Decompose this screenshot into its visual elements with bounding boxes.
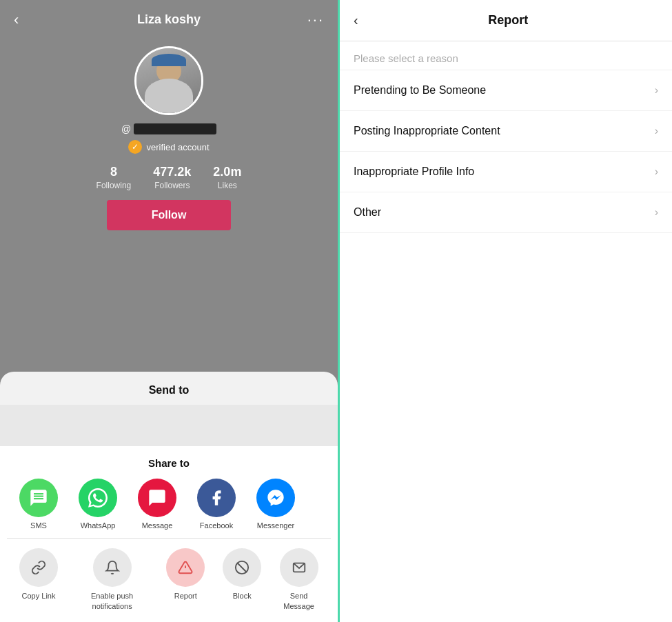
stat-following-value: 8 <box>110 165 117 179</box>
stat-likes-label: Likes <box>218 181 237 190</box>
report-item-inappropriate[interactable]: Inappropriate Profile Info › <box>340 152 672 192</box>
facebook-icon[interactable] <box>197 479 236 517</box>
verified-text: verified account <box>146 142 209 152</box>
username-redacted <box>134 123 216 134</box>
svg-line-3 <box>238 563 247 572</box>
report-item-posting-chevron: › <box>655 125 658 137</box>
action-report[interactable]: Report <box>161 548 210 611</box>
report-subtitle: Please select a reason <box>340 41 672 70</box>
report-item-pretending-text: Pretending to Be Someone <box>354 84 486 97</box>
verified-badge: ✓ <box>128 140 142 154</box>
send-to-empty-area <box>0 405 338 446</box>
stat-likes-value: 2.0m <box>213 165 241 179</box>
stat-following: 8 Following <box>96 165 132 190</box>
report-item-posting-text: Posting Inappropriate Content <box>354 125 500 137</box>
follow-button[interactable]: Follow <box>107 200 231 230</box>
report-item-pretending-chevron: › <box>655 84 658 97</box>
right-panel: ‹ Report Please select a reason Pretendi… <box>340 0 672 622</box>
report-item-inappropriate-chevron: › <box>655 165 658 178</box>
share-icons-row: SMS WhatsApp Message <box>7 479 331 535</box>
divider <box>7 538 331 539</box>
avatar-section: @ ✓ verified account 8 Following 477.2k … <box>0 39 338 230</box>
stat-followers-label: Followers <box>154 181 190 190</box>
avatar-image <box>136 48 201 113</box>
report-item-posting[interactable]: Posting Inappropriate Content › <box>340 111 672 152</box>
whatsapp-label: WhatsApp <box>81 521 116 530</box>
report-back-button[interactable]: ‹ <box>354 12 358 28</box>
hat-decoration <box>152 54 186 66</box>
action-send-message[interactable]: Send Message <box>274 548 324 611</box>
send-to-sheet: Send to Share to SMS WhatsApp <box>0 372 338 622</box>
push-label: Enable push notifications <box>70 591 154 611</box>
share-to-title: Share to <box>7 457 331 469</box>
copy-link-icon[interactable] <box>19 548 58 587</box>
profile-name: Liza koshy <box>137 12 201 27</box>
stats-row: 8 Following 477.2k Followers 2.0m Likes <box>96 165 242 190</box>
share-sms[interactable]: SMS <box>14 479 63 530</box>
send-to-title: Send to <box>0 384 338 405</box>
push-icon[interactable] <box>93 548 132 587</box>
sms-label: SMS <box>30 521 47 530</box>
sms-icon[interactable] <box>19 479 58 517</box>
report-header: ‹ Report <box>340 0 672 41</box>
messenger-label: Messenger <box>257 521 294 530</box>
message-label: Message <box>142 521 173 530</box>
report-title: Report <box>358 13 658 28</box>
profile-header: ‹ Liza koshy ··· <box>0 0 338 39</box>
stat-likes: 2.0m Likes <box>213 165 241 190</box>
report-item-inappropriate-text: Inappropriate Profile Info <box>354 165 474 178</box>
report-item-other-text: Other <box>354 206 381 219</box>
share-facebook[interactable]: Facebook <box>192 479 241 530</box>
stat-following-label: Following <box>96 181 132 190</box>
username-row: @ <box>121 123 216 134</box>
action-block[interactable]: Block <box>217 548 267 611</box>
left-panel: ‹ Liza koshy ··· @ ✓ verified account 8 … <box>0 0 338 622</box>
report-item-other-chevron: › <box>655 206 658 219</box>
report-label: Report <box>174 591 197 601</box>
at-sign: @ <box>121 123 131 134</box>
stat-followers-value: 477.2k <box>153 165 191 179</box>
action-icons-row: Copy Link Enable push notifications Repo… <box>7 541 331 622</box>
block-icon[interactable] <box>223 548 261 587</box>
send-message-icon[interactable] <box>280 548 318 587</box>
stat-followers: 477.2k Followers <box>153 165 191 190</box>
facebook-label: Facebook <box>200 521 233 530</box>
report-item-pretending[interactable]: Pretending to Be Someone › <box>340 70 672 111</box>
more-button[interactable]: ··· <box>307 11 324 29</box>
message-icon[interactable] <box>138 479 176 517</box>
report-icon[interactable] <box>166 548 205 587</box>
verified-row: ✓ verified account <box>128 140 209 154</box>
share-whatsapp[interactable]: WhatsApp <box>73 479 123 530</box>
action-copy-link[interactable]: Copy Link <box>14 548 63 611</box>
send-message-label: Send Message <box>274 591 324 611</box>
action-push[interactable]: Enable push notifications <box>70 548 154 611</box>
block-label: Block <box>233 591 252 601</box>
whatsapp-icon[interactable] <box>79 479 117 517</box>
messenger-icon[interactable] <box>256 479 295 517</box>
report-item-other[interactable]: Other › <box>340 192 672 233</box>
copy-link-label: Copy Link <box>22 591 56 601</box>
share-message[interactable]: Message <box>132 479 182 530</box>
share-messenger[interactable]: Messenger <box>251 479 301 530</box>
share-section: Share to SMS WhatsApp <box>0 446 338 622</box>
avatar <box>134 46 203 115</box>
back-button[interactable]: ‹ <box>14 11 19 29</box>
